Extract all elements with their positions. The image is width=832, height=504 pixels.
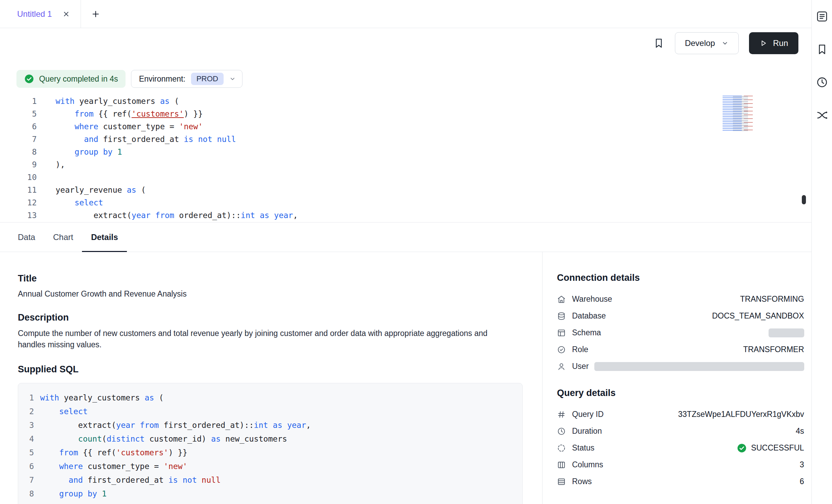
code-text: with yearly_customers as ( [40,391,164,405]
environment-selector[interactable]: Environment: PROD [131,70,242,88]
lineage-icon [816,109,828,121]
detail-label: Warehouse [572,295,612,304]
supplied-sql-line: 5 from {{ ref('customers') }} [18,446,522,459]
line-number: 7 [0,133,37,146]
title-heading: Title [18,273,522,284]
detail-label: Database [572,311,606,321]
detail-row-query-id: Query ID33TZseWpe1ALFDUYerxR1gVKxbv [557,406,804,423]
chevron-down-icon [229,75,236,82]
tab-bar: Untitled 1 [0,0,811,28]
editor-line: 7 and first_ordered_at is not null [0,133,811,146]
detail-value: 3 [800,460,804,469]
detail-row-role: RoleTRANSFORMER [557,341,804,358]
plus-icon [91,9,100,19]
editor-line: 12 select [0,196,811,209]
detail-row-database: DatabaseDOCS_TEAM_SANDBOX [557,308,804,324]
supplied-sql-heading: Supplied SQL [18,364,522,375]
outline-panel-button[interactable] [815,10,829,23]
supplied-sql-line: 7 and first_ordered_at is not null [18,473,522,487]
bookmark-icon [653,37,665,49]
description-heading: Description [18,312,522,323]
detail-label: Query ID [572,410,604,419]
description-value: Compute the number of new customers and … [18,328,495,350]
detail-label: Role [572,345,588,354]
bookmarks-panel-button[interactable] [815,43,829,56]
environment-value-badge: PROD [191,73,224,85]
detail-value: SUCCESSFUL [737,443,804,453]
detail-label: Duration [572,427,602,436]
detail-row-user: User [557,358,804,375]
detail-value: TRANSFORMER [743,345,804,354]
detail-row-schema: Schema [557,324,804,341]
supplied-sql-line: 2 select [18,405,522,418]
code-text: group by 1 [56,146,122,158]
code-text: and first_ordered_at is not null [56,133,236,146]
results-tab-data[interactable]: Data [9,223,44,252]
run-button[interactable]: Run [749,32,798,54]
connection-details-heading: Connection details [557,273,804,283]
connection-details-rows: WarehouseTRANSFORMINGDatabaseDOCS_TEAM_S… [557,291,804,375]
detail-row-duration: Duration4s [557,423,804,440]
editor-line: 6 where customer_type = 'new' [0,120,811,133]
details-right-column: Connection details WarehouseTRANSFORMING… [542,252,822,504]
hash-icon [557,410,566,419]
history-panel-button[interactable] [815,75,829,89]
user-icon [557,362,566,371]
query-details-heading: Query details [557,388,804,398]
role-icon [557,345,566,354]
editor-line: 13 extract(year from ordered_at)::int as… [0,209,811,222]
code-text: yearly_revenue as ( [56,184,146,196]
right-icon-rail [811,0,832,504]
code-text: with yearly_customers as ( [56,95,179,108]
code-text: select [40,405,87,418]
environment-label: Environment: [139,74,186,84]
status-spinner-icon [557,444,566,453]
editor-line: 5 from {{ ref('customers') }} [0,108,811,120]
detail-label: Columns [572,460,603,469]
detail-row-columns: Columns3 [557,456,804,473]
redacted-value [769,328,804,337]
code-text: where customer_type = 'new' [56,120,203,133]
results-tab-chart[interactable]: Chart [44,223,82,252]
detail-value [769,328,804,337]
sql-editor[interactable]: 1with yearly_customers as (5 from {{ ref… [0,95,811,223]
detail-row-rows: Rows6 [557,473,804,490]
line-number: 8 [0,146,37,158]
develop-dropdown[interactable]: Develop [675,32,739,54]
detail-label: Rows [572,477,592,486]
main-column: Untitled 1 Develop Run [0,0,811,504]
line-number: 8 [18,487,34,501]
results-tab-details[interactable]: Details [82,223,127,252]
bookmark-button[interactable] [653,37,665,49]
line-number: 11 [0,184,37,196]
editor-line: 8 group by 1 [0,146,811,158]
columns-icon [557,460,566,469]
lineage-panel-button[interactable] [815,108,829,122]
query-status-pill: Query completed in 4s [16,70,126,88]
detail-label: Status [572,443,594,453]
detail-value [594,362,804,371]
toolbar: Develop Run [0,28,811,58]
title-value: Annual Customer Growth and Revenue Analy… [18,289,522,299]
code-text: and first_ordered_at is not null [40,473,221,487]
editor-line: 10 [0,171,811,184]
supplied-sql-line: 8 group by 1 [18,487,522,501]
redacted-value [594,362,804,371]
tab-untitled-1[interactable]: Untitled 1 [0,0,81,28]
database-icon [557,312,566,321]
minimap[interactable] [719,96,760,131]
code-text: where customer_type = 'new' [40,459,187,473]
line-number: 9 [18,501,34,504]
editor-scrollbar-thumb[interactable] [802,195,806,204]
new-tab-button[interactable] [81,0,110,28]
query-details-rows: Query ID33TZseWpe1ALFDUYerxR1gVKxbvDurat… [557,406,804,490]
tab-label: Untitled 1 [17,9,52,19]
code-text: from {{ ref('customers') }} [56,108,203,120]
query-status-text: Query completed in 4s [39,74,118,84]
chevron-down-icon [721,39,729,47]
supplied-sql-line: 4 count(distinct customer_id) as new_cus… [18,432,522,446]
detail-row-warehouse: WarehouseTRANSFORMING [557,291,804,308]
bookmark-icon [816,43,828,56]
editor-line: 11yearly_revenue as ( [0,184,811,196]
close-icon[interactable] [62,10,70,18]
